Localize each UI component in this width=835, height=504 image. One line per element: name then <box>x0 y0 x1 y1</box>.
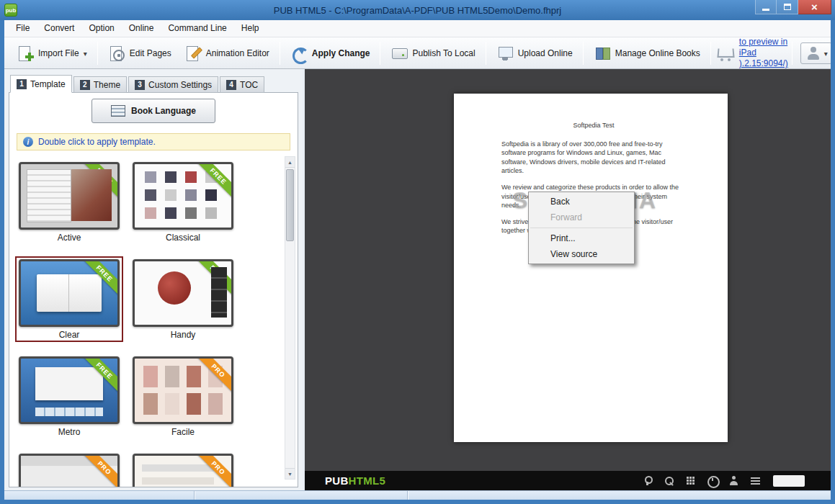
template-tab-content: Book Language Double click to apply temp… <box>9 92 298 487</box>
template-thumb[interactable]: FREE <box>19 356 120 424</box>
location-icon[interactable] <box>643 476 652 485</box>
title-bar: pub PUB HTML5 - C:\ProgramData\A-PDF\PUB… <box>0 0 835 20</box>
template-thumb[interactable]: PRO <box>133 356 233 424</box>
publish-to-local-button[interactable]: Publish To Local <box>384 41 481 66</box>
tab-label: Template <box>30 79 66 89</box>
template-name: Classical <box>166 233 200 243</box>
document-page: Softpedia Test Softpedia is a library of… <box>454 94 728 442</box>
template-name: Clear <box>59 330 80 341</box>
tab-number: 2 <box>80 80 90 90</box>
book-language-button[interactable]: Book Language <box>91 99 215 123</box>
chevron-down-icon <box>824 48 828 58</box>
context-menu-item-back[interactable]: Back <box>529 194 634 210</box>
tab-number: 1 <box>17 79 27 89</box>
template-list: FREE Active FREE Classical FREE Clear FR… <box>9 159 298 487</box>
user-icon[interactable] <box>729 476 738 485</box>
menu-item-help[interactable]: Help <box>234 20 267 37</box>
animation-editor-label: Animation Editor <box>206 48 269 58</box>
apply-change-icon <box>290 45 308 62</box>
player-logo-pub: PUB <box>325 474 349 487</box>
template-cell[interactable]: FREE Metro <box>15 354 123 439</box>
template-thumb[interactable]: FREE <box>133 259 233 327</box>
template-cell[interactable]: FREE Active <box>15 159 123 245</box>
template-badge: PRO <box>195 454 233 487</box>
toolbar-separator <box>792 42 792 65</box>
player-white-button[interactable] <box>773 475 805 487</box>
shopping-cart-icon[interactable] <box>715 44 736 63</box>
template-thumb[interactable]: FREE <box>133 162 233 230</box>
apply-change-button[interactable]: Apply Change <box>284 41 377 66</box>
manage-online-books-button[interactable]: Manage Online Books <box>587 41 707 66</box>
template-cell[interactable]: PRO <box>129 451 237 487</box>
template-cell[interactable]: PRO <box>15 451 123 487</box>
close-button[interactable] <box>798 0 831 14</box>
clock-icon[interactable] <box>707 476 717 485</box>
minimize-button[interactable] <box>755 0 777 14</box>
template-hint-text: Double click to apply template. <box>38 137 156 147</box>
template-cell[interactable]: FREE Classical <box>129 159 237 245</box>
template-badge: FREE <box>195 259 233 297</box>
template-badge: FREE <box>195 162 233 200</box>
template-cell[interactable]: FREE Clear <box>15 256 123 342</box>
animation-editor-button[interactable]: Animation Editor <box>178 41 276 66</box>
scrollbar-thumb[interactable] <box>286 169 294 241</box>
template-cell[interactable]: PRO Facile <box>129 354 237 439</box>
template-thumb[interactable]: FREE <box>19 259 120 327</box>
scrollbar-up-button[interactable] <box>285 157 295 168</box>
preview-link-line1[interactable]: to preview in iPad <box>739 37 788 58</box>
toolbar-separator <box>97 42 98 65</box>
context-menu-item-print[interactable]: Print... <box>529 230 634 246</box>
template-cell[interactable]: FREE Handy <box>129 256 237 342</box>
upload-online-label: Upload Online <box>518 48 573 58</box>
edit-pages-button[interactable]: Edit Pages <box>102 41 178 66</box>
tab-label: Custom Settings <box>148 80 212 90</box>
menu-icon[interactable] <box>751 476 760 485</box>
import-file-icon <box>17 45 34 62</box>
toolbar-separator <box>583 42 584 65</box>
toolbar-separator <box>380 42 380 65</box>
window-border-right <box>831 20 835 504</box>
status-bar <box>4 490 831 500</box>
tab-template[interactable]: 1 Template <box>10 75 72 93</box>
scrollbar-down-button[interactable] <box>285 468 295 479</box>
context-menu-item-forward: Forward <box>529 210 634 225</box>
template-thumb[interactable]: PRO <box>133 454 233 487</box>
book-language-icon <box>111 105 125 117</box>
menu-item-online[interactable]: Online <box>122 20 161 37</box>
menu-item-file[interactable]: File <box>9 20 37 37</box>
document-title: Softpedia Test <box>501 121 686 130</box>
menu-item-command-line[interactable]: Command Line <box>161 20 233 37</box>
template-badge: PRO <box>81 454 120 487</box>
animation-editor-icon <box>184 45 202 62</box>
upload-online-button[interactable]: Upload Online <box>490 41 579 66</box>
menu-item-convert[interactable]: Convert <box>37 20 81 37</box>
edit-pages-label: Edit Pages <box>130 48 171 58</box>
toolbar-separator <box>280 42 280 65</box>
tab-toc[interactable]: 4 TOC <box>220 76 264 93</box>
import-file-button[interactable]: Import File <box>10 41 94 66</box>
template-name: Handy <box>171 330 196 341</box>
search-icon[interactable] <box>664 476 674 485</box>
template-thumb[interactable]: PRO <box>19 454 120 487</box>
menu-item-option[interactable]: Option <box>81 20 121 37</box>
thumbnails-icon[interactable] <box>686 476 695 485</box>
template-scrollbar[interactable] <box>285 156 295 480</box>
tab-theme[interactable]: 2 Theme <box>73 76 127 93</box>
context-menu-item-view-source[interactable]: View source <box>529 246 634 262</box>
template-badge: FREE <box>81 356 120 395</box>
maximize-button[interactable] <box>777 0 798 14</box>
template-name: Facile <box>171 427 195 438</box>
manage-online-books-icon <box>594 45 611 62</box>
preview-link-line2[interactable]: ).2.15:9094/) <box>739 58 788 69</box>
manage-online-books-label: Manage Online Books <box>615 48 700 58</box>
import-file-label: Import File <box>38 48 79 58</box>
account-button[interactable] <box>800 42 832 64</box>
context-menu: Back Forward Print... View source <box>528 192 635 264</box>
maximize-icon <box>784 4 791 10</box>
book-language-label: Book Language <box>131 106 196 116</box>
window-title: PUB HTML5 - C:\ProgramData\A-PDF\PUB HTM… <box>0 5 835 16</box>
tab-custom-settings[interactable]: 3 Custom Settings <box>128 76 218 93</box>
preview-link[interactable]: to preview in iPad ).2.15:9094/) <box>739 37 788 69</box>
window-border-bottom <box>0 500 835 504</box>
template-thumb[interactable]: FREE <box>19 162 120 230</box>
